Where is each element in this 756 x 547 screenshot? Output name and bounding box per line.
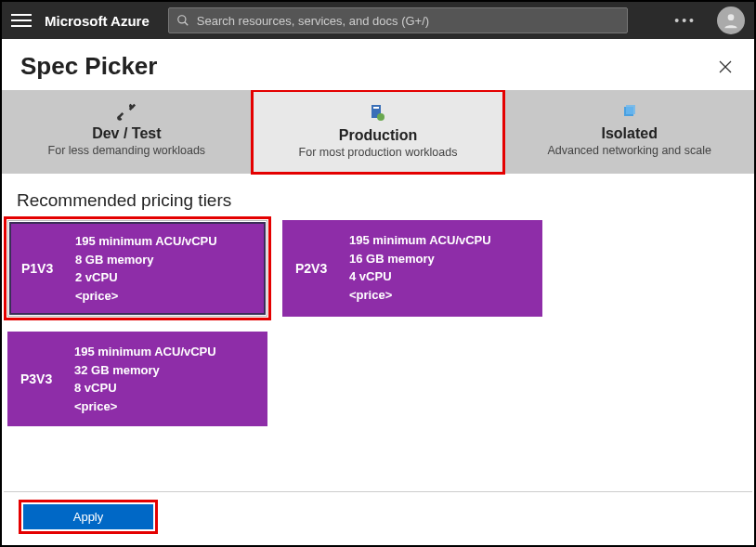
tier-vcpu: 8 vCPU: [74, 379, 254, 397]
svg-point-7: [377, 113, 385, 121]
apply-button[interactable]: Apply: [23, 504, 153, 529]
close-icon: [719, 60, 732, 73]
tab-subtitle: For most production workloads: [261, 146, 496, 159]
tab-isolated[interactable]: Isolated Advanced networking and scale: [504, 90, 754, 174]
tier-price: <price>: [75, 287, 254, 306]
apply-highlight: Apply: [19, 500, 158, 534]
user-avatar[interactable]: [717, 7, 745, 34]
tier-acu: 195 minimum ACU/vCPU: [349, 231, 529, 250]
search-container: [168, 7, 628, 33]
tier-card-p1v3[interactable]: P1V3 195 minimum ACU/vCPU 8 GB memory 2 …: [7, 220, 267, 317]
tier-name: P2V3: [295, 231, 349, 306]
tier-name: P3V3: [20, 343, 74, 415]
tab-production[interactable]: Production For most production workloads: [251, 90, 506, 175]
tier-card-p3v3[interactable]: P3V3 195 minimum ACU/vCPU 32 GB memory 8…: [7, 332, 267, 426]
cube-icon: [619, 101, 640, 122]
footer-bar: Apply: [4, 491, 752, 543]
search-input[interactable]: [197, 14, 619, 28]
close-button[interactable]: [715, 57, 736, 77]
tier-price: <price>: [74, 397, 254, 416]
svg-point-2: [728, 14, 735, 20]
tier-vcpu: 2 vCPU: [75, 268, 254, 287]
tab-title: Production: [261, 127, 496, 144]
search-icon: [176, 14, 189, 27]
more-menu[interactable]: •••: [667, 13, 704, 28]
hamburger-menu[interactable]: [11, 10, 32, 31]
azure-topbar: Microsoft Azure •••: [2, 2, 754, 39]
pricing-tiers: P1V3 195 minimum ACU/vCPU 8 GB memory 2 …: [2, 220, 754, 445]
search-field[interactable]: [168, 7, 628, 33]
svg-point-0: [178, 16, 186, 23]
tab-subtitle: For less demanding workloads: [9, 144, 244, 157]
blade-header: Spec Picker: [2, 39, 754, 90]
content-scroll[interactable]: Dev / Test For less demanding workloads …: [2, 90, 754, 547]
tier-memory: 32 GB memory: [74, 361, 254, 380]
tools-icon: [116, 101, 137, 122]
tab-dev-test[interactable]: Dev / Test For less demanding workloads: [2, 90, 252, 174]
category-tabs: Dev / Test For less demanding workloads …: [2, 90, 754, 174]
tier-card-p2v3[interactable]: P2V3 195 minimum ACU/vCPU 16 GB memory 4…: [282, 220, 542, 317]
svg-rect-6: [373, 107, 379, 109]
person-icon: [722, 11, 740, 30]
tier-memory: 8 GB memory: [75, 251, 254, 269]
page-title: Spec Picker: [20, 52, 157, 81]
tier-specs: 195 minimum ACU/vCPU 16 GB memory 4 vCPU…: [349, 231, 529, 306]
brand-label: Microsoft Azure: [45, 13, 150, 29]
tier-acu: 195 minimum ACU/vCPU: [74, 343, 254, 361]
tier-vcpu: 4 vCPU: [349, 267, 529, 286]
tier-price: <price>: [349, 286, 529, 305]
tier-specs: 195 minimum ACU/vCPU 8 GB memory 2 vCPU …: [75, 232, 254, 305]
tab-title: Dev / Test: [9, 125, 244, 142]
tab-subtitle: Advanced networking and scale: [512, 144, 747, 157]
server-icon: [368, 103, 388, 124]
svg-line-1: [185, 22, 189, 26]
tab-title: Isolated: [512, 125, 747, 142]
tier-memory: 16 GB memory: [349, 250, 529, 268]
tier-name: P1V3: [21, 232, 75, 305]
tier-specs: 195 minimum ACU/vCPU 32 GB memory 8 vCPU…: [74, 343, 254, 415]
tier-acu: 195 minimum ACU/vCPU: [75, 232, 254, 251]
svg-rect-9: [626, 105, 635, 114]
section-heading: Recommended pricing tiers: [2, 174, 754, 220]
